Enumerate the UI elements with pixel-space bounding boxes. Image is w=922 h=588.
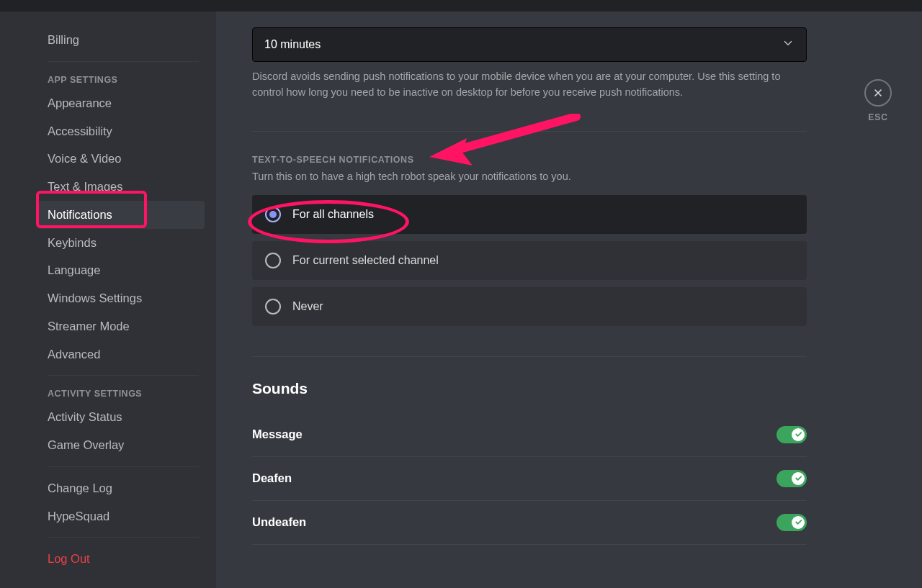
sidebar-item-windows-settings[interactable]: Windows Settings [37, 284, 205, 312]
close-label: ESC [864, 112, 892, 122]
tts-option-for-all-channels[interactable]: For all channels [252, 195, 807, 234]
check-icon [792, 428, 805, 441]
chevron-down-icon [782, 37, 795, 53]
sidebar-category: APP SETTINGS [42, 69, 205, 89]
settings-main: ESC 10 minutes Discord avoids sending pu… [216, 12, 922, 588]
radio-icon [265, 299, 281, 315]
sidebar-category: ACTIVITY SETTINGS [42, 383, 205, 403]
tts-option-never[interactable]: Never [252, 287, 807, 326]
sidebar-item-accessibility[interactable]: Accessibility [37, 117, 205, 145]
sidebar-item-appearance[interactable]: Appearance [37, 89, 205, 117]
divider [252, 131, 807, 132]
sidebar-separator [48, 375, 199, 376]
sound-label: Deafen [252, 471, 292, 485]
sounds-heading: Sounds [252, 380, 893, 397]
sidebar-separator [48, 466, 199, 467]
sidebar-item-change-log[interactable]: Change Log [37, 474, 205, 502]
push-timeout-select[interactable]: 10 minutes [252, 27, 807, 62]
radio-icon [265, 207, 281, 222]
radio-label: For current selected channel [292, 254, 439, 267]
radio-label: For all channels [292, 208, 374, 221]
sidebar-item-streamer-mode[interactable]: Streamer Mode [37, 312, 205, 340]
radio-label: Never [292, 300, 323, 313]
sound-toggle-deafen[interactable] [776, 470, 807, 487]
sidebar-item-text-images[interactable]: Text & Images [37, 173, 205, 201]
sidebar-item-game-overlay[interactable]: Game Overlay [37, 431, 205, 459]
sidebar-separator [48, 537, 199, 538]
close-button[interactable] [864, 79, 892, 107]
sidebar-item-log-out[interactable]: Log Out [37, 545, 205, 573]
close-icon [872, 87, 884, 99]
tts-helper: Turn this on to have a high tech robot s… [252, 171, 893, 182]
sound-label: Undeafen [252, 515, 306, 529]
check-icon [792, 516, 805, 529]
sound-row-undeafen: Undeafen [252, 501, 807, 545]
check-icon [792, 472, 805, 485]
sidebar-item-hypesquad[interactable]: HypeSquad [37, 502, 205, 530]
push-timeout-helper: Discord avoids sending push notification… [252, 69, 800, 101]
tts-heading: TEXT-TO-SPEECH NOTIFICATIONS [252, 155, 893, 165]
sidebar-item-billing[interactable]: Billing [37, 26, 205, 54]
tts-option-for-current-selected-channel[interactable]: For current selected channel [252, 241, 807, 280]
sidebar-item-voice-video[interactable]: Voice & Video [37, 145, 205, 173]
push-timeout-value: 10 minutes [264, 38, 321, 51]
sound-label: Message [252, 428, 303, 441]
sidebar-item-language[interactable]: Language [37, 256, 205, 284]
titlebar [0, 0, 922, 12]
sound-toggle-message[interactable] [776, 426, 807, 443]
sidebar-separator [48, 61, 199, 62]
radio-icon [265, 253, 281, 268]
sidebar-item-activity-status[interactable]: Activity Status [37, 403, 205, 431]
divider [252, 356, 807, 357]
sound-toggle-undeafen[interactable] [776, 514, 807, 531]
settings-sidebar: BillingAPP SETTINGSAppearanceAccessibili… [0, 12, 216, 588]
sound-row-deafen: Deafen [252, 457, 807, 501]
sound-row-message: Message [252, 413, 807, 457]
sidebar-item-notifications[interactable]: Notifications [37, 201, 205, 229]
sidebar-item-advanced[interactable]: Advanced [37, 340, 205, 368]
sidebar-item-keybinds[interactable]: Keybinds [37, 229, 205, 257]
